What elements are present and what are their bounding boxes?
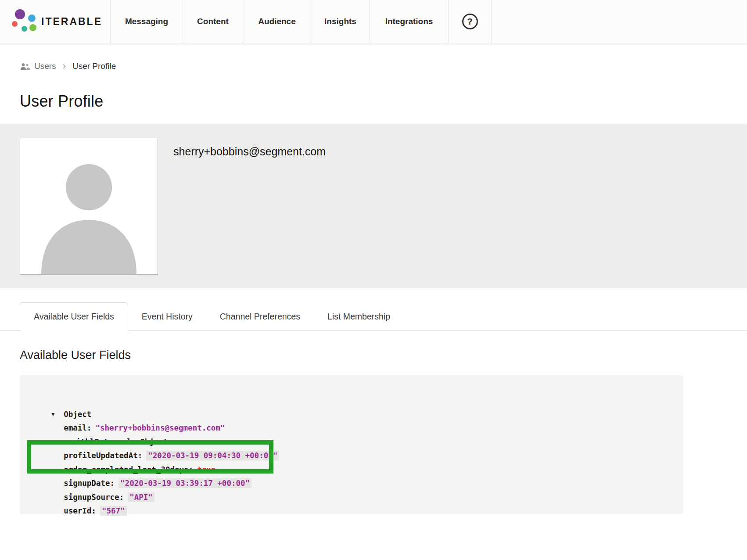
help-button[interactable]: ? (449, 0, 492, 43)
top-nav: ITERABLE Messaging Content Audience Insi… (0, 0, 747, 43)
nav-item-audience[interactable]: Audience (243, 0, 311, 43)
breadcrumb-users-link[interactable]: Users (20, 61, 56, 71)
chevron-right-icon: › (63, 61, 66, 71)
avatar (20, 138, 158, 275)
profile-hero: sherry+bobbins@segment.com (0, 124, 747, 288)
expander-closed-icon[interactable]: ► (64, 435, 76, 449)
tab-list-membership[interactable]: List Membership (314, 303, 404, 330)
nav-item-messaging[interactable]: Messaging (111, 0, 183, 43)
page-title: User Profile (20, 92, 747, 111)
users-icon (20, 63, 30, 70)
breadcrumb-users-label: Users (34, 61, 56, 71)
nav-item-content[interactable]: Content (183, 0, 243, 43)
breadcrumb: Users › User Profile (20, 61, 747, 71)
help-icon: ? (462, 14, 478, 29)
json-root-label: Object (64, 410, 91, 419)
json-field-email: email:"sherry+bobbins@segment.com" (33, 408, 670, 422)
nav-item-insights[interactable]: Insights (311, 0, 370, 43)
json-value: "sherry+bobbins@segment.com" (95, 424, 225, 432)
user-email: sherry+bobbins@segment.com (173, 145, 326, 158)
breadcrumb-current: User Profile (72, 61, 116, 71)
json-value: "2020-03-19 09:04:30 +00:00" (146, 451, 279, 460)
section-heading: Available User Fields (20, 348, 747, 362)
tab-channel-preferences[interactable]: Channel Preferences (206, 303, 314, 330)
tab-available-user-fields[interactable]: Available User Fields (20, 302, 128, 331)
brand-logo[interactable]: ITERABLE (0, 0, 111, 43)
json-value: "567" (100, 506, 127, 516)
json-value: "API" (128, 492, 154, 502)
iterable-logo-icon (10, 8, 38, 35)
brand-name: ITERABLE (41, 16, 102, 28)
nav-item-integrations[interactable]: Integrations (370, 0, 449, 43)
json-value: Object (140, 438, 168, 446)
json-value: true (197, 465, 215, 474)
user-fields-json-viewer: ▼Object email:"sherry+bobbins@segment.co… (20, 375, 683, 514)
tab-event-history[interactable]: Event History (128, 303, 206, 330)
profile-tabs: Available User Fields Event History Chan… (0, 302, 747, 331)
expander-open-icon[interactable]: ▼ (51, 408, 64, 422)
json-value: "2020-03-19 03:39:17 +00:00" (119, 478, 251, 488)
json-root-row: ▼Object (33, 394, 670, 408)
